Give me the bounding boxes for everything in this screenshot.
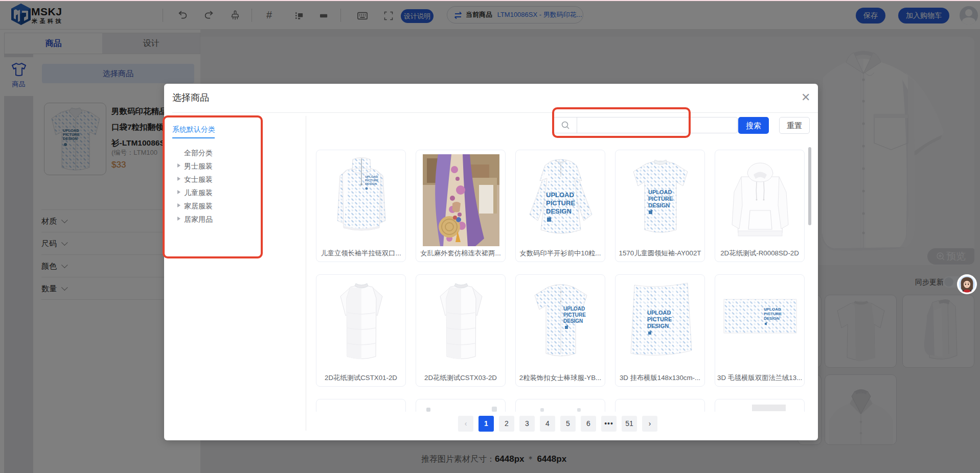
svg-text:UPLOAD: UPLOAD <box>764 307 781 312</box>
svg-text:DESIGN: DESIGN <box>365 182 377 185</box>
svg-text:PICTURE: PICTURE <box>365 179 378 182</box>
svg-text:PICTURE: PICTURE <box>546 199 575 207</box>
svg-text:PICTURE: PICTURE <box>764 312 782 316</box>
svg-text:DESIGN: DESIGN <box>563 318 583 324</box>
svg-text:UPLOAD: UPLOAD <box>365 175 378 178</box>
svg-text:UPLOAD: UPLOAD <box>563 306 585 312</box>
svg-text:UPLOAD: UPLOAD <box>647 310 671 316</box>
svg-text:DESIGN: DESIGN <box>647 323 669 329</box>
svg-text:DESIGN: DESIGN <box>546 207 572 215</box>
svg-text:DESIGN: DESIGN <box>648 202 670 208</box>
svg-text:DESIGN: DESIGN <box>764 316 780 321</box>
svg-text:UPLOAD: UPLOAD <box>546 191 574 199</box>
svg-text:PICTURE: PICTURE <box>563 312 586 318</box>
svg-text:PICTURE: PICTURE <box>647 316 672 322</box>
svg-text:UPLOAD: UPLOAD <box>648 189 672 195</box>
svg-text:PICTURE: PICTURE <box>648 196 673 202</box>
